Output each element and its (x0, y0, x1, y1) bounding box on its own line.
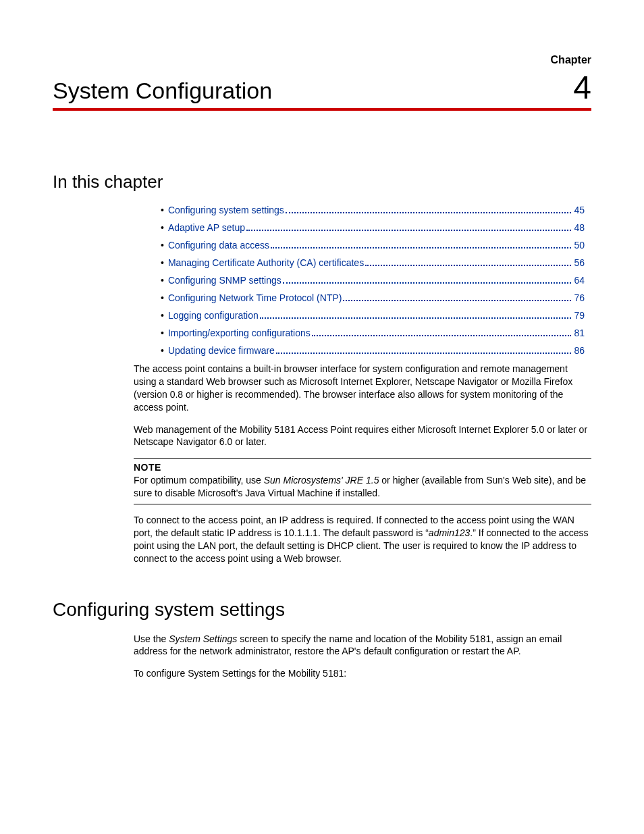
toc-leader (365, 265, 571, 266)
bullet-icon: • (161, 310, 164, 321)
toc-item[interactable]: • Logging configuration 79 (161, 310, 585, 321)
toc-item[interactable]: • Configuring system settings 45 (161, 205, 585, 215)
note-emphasis: Sun Microsystems' JRE 1.5 (264, 475, 379, 486)
note-block: NOTE For optimum compatibility, use Sun … (134, 458, 591, 504)
toc-leader (343, 300, 571, 301)
bullet-icon: • (161, 292, 164, 303)
toc-leader (276, 353, 572, 354)
toc-leader (260, 317, 572, 319)
toc-leader (246, 230, 571, 231)
title-underline (53, 108, 591, 111)
note-text: For optimum compatibility, use (134, 475, 264, 486)
toc-item[interactable]: • Configuring Network Time Protocol (NTP… (161, 292, 585, 303)
body-paragraphs: Use the System Settings screen to specif… (134, 633, 591, 681)
bullet-icon: • (161, 257, 164, 268)
paragraph: Use the System Settings screen to specif… (134, 633, 591, 658)
bullet-icon: • (161, 222, 164, 233)
bullet-icon: • (161, 205, 164, 215)
paragraph: Web management of the Mobility 5181 Acce… (134, 423, 591, 449)
chapter-label: Chapter (53, 54, 591, 66)
text-emphasis: admin123 (429, 527, 471, 538)
toc-leader (312, 335, 572, 336)
text-emphasis: System Settings (169, 633, 237, 644)
paragraph: The access point contains a built-in bro… (134, 363, 591, 414)
title-row: System Configuration 4 (53, 72, 591, 104)
section-in-this-chapter: In this chapter (53, 172, 591, 192)
bullet-icon: • (161, 328, 164, 338)
bullet-icon: • (161, 345, 164, 356)
toc-page: 64 (574, 275, 585, 286)
toc-leader (286, 212, 572, 213)
table-of-contents: • Configuring system settings 45 • Adapt… (161, 205, 585, 356)
document-page: Chapter System Configuration 4 In this c… (0, 0, 644, 730)
toc-item[interactable]: • Updating device firmware 86 (161, 345, 585, 356)
toc-page: 50 (574, 240, 585, 251)
toc-item[interactable]: • Managing Certificate Authority (CA) ce… (161, 257, 585, 268)
toc-label: Configuring system settings (168, 205, 284, 215)
text-run: Use the (134, 633, 169, 644)
toc-item[interactable]: • Configuring data access 50 (161, 240, 585, 251)
section-configuring-system-settings: Configuring system settings (53, 599, 591, 621)
toc-page: 81 (574, 328, 585, 338)
toc-item[interactable]: • Adaptive AP setup 48 (161, 222, 585, 233)
body-paragraphs: To connect to the access point, an IP ad… (134, 514, 591, 565)
body-paragraphs: The access point contains a built-in bro… (134, 363, 591, 448)
toc-item[interactable]: • Configuring SNMP settings 64 (161, 275, 585, 286)
toc-leader (271, 247, 571, 249)
toc-page: 48 (574, 222, 585, 233)
toc-page: 76 (574, 292, 585, 303)
toc-label: Configuring Network Time Protocol (NTP) (168, 292, 342, 303)
toc-page: 45 (574, 205, 585, 215)
toc-label: Configuring data access (168, 240, 269, 251)
toc-page: 56 (574, 257, 585, 268)
paragraph: To connect to the access point, an IP ad… (134, 514, 591, 565)
bullet-icon: • (161, 240, 164, 251)
chapter-title: System Configuration (53, 78, 272, 104)
toc-label: Adaptive AP setup (168, 222, 245, 233)
toc-label: Configuring SNMP settings (168, 275, 281, 286)
toc-page: 86 (574, 345, 585, 356)
note-label: NOTE (134, 461, 591, 474)
toc-label: Updating device firmware (168, 345, 275, 356)
paragraph: To configure System Settings for the Mob… (134, 667, 591, 680)
toc-item[interactable]: • Importing/exporting configurations 81 (161, 328, 585, 338)
chapter-number: 4 (573, 72, 591, 104)
toc-label: Logging configuration (168, 310, 259, 321)
toc-leader (283, 282, 572, 284)
bullet-icon: • (161, 275, 164, 286)
toc-page: 79 (574, 310, 585, 321)
toc-label: Importing/exporting configurations (168, 328, 311, 338)
toc-label: Managing Certificate Authority (CA) cert… (168, 257, 364, 268)
